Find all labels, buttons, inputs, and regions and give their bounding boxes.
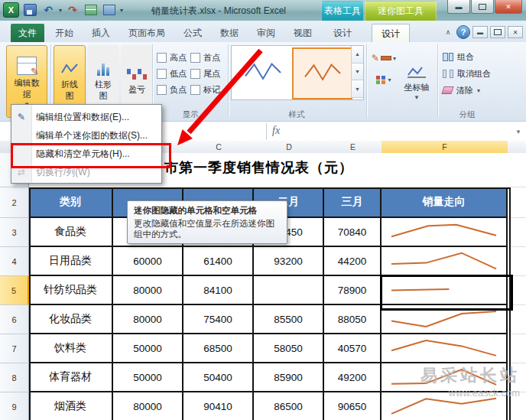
- workbook-restore-button[interactable]: [490, 26, 505, 38]
- table-cell[interactable]: 75400: [183, 305, 254, 334]
- gallery-more-button[interactable]: ▼: [351, 80, 363, 98]
- excel-logo-icon[interactable]: X: [3, 2, 19, 18]
- empty-cell[interactable]: [508, 392, 526, 420]
- table-cell[interactable]: 49200: [324, 363, 382, 392]
- tab-6[interactable]: 视图: [284, 24, 321, 42]
- table-cell[interactable]: 68500: [183, 334, 254, 363]
- qat-customize-icon[interactable]: ▾: [120, 7, 123, 14]
- row-header-2[interactable]: 2: [0, 187, 29, 218]
- undo-icon[interactable]: ↶: [41, 3, 56, 18]
- empty-cell[interactable]: [508, 363, 526, 392]
- sparkline-cell[interactable]: [382, 392, 508, 420]
- menu-item-edit-single-sparkline[interactable]: 编辑单个迷你图的数据(S)...: [11, 126, 161, 145]
- sparkline-cell[interactable]: [382, 363, 508, 392]
- table-cell[interactable]: 85500: [254, 305, 324, 334]
- sparkline-cell[interactable]: [382, 305, 508, 334]
- empty-cell[interactable]: [508, 187, 526, 218]
- table-cell[interactable]: 80000: [113, 305, 183, 334]
- tab-file[interactable]: 文件: [11, 24, 44, 42]
- gallery-down-button[interactable]: ▼: [351, 63, 363, 81]
- sparkline-color-button[interactable]: ✎ ▾: [369, 48, 398, 68]
- name-box[interactable]: [162, 122, 266, 140]
- show-checkbox-0[interactable]: 高点: [157, 50, 190, 66]
- row-header-4[interactable]: 4: [0, 247, 29, 276]
- table-cell[interactable]: 78900: [324, 276, 382, 305]
- tab-3[interactable]: 公式: [174, 24, 211, 42]
- table-cell[interactable]: 84100: [183, 276, 254, 305]
- column-header-C[interactable]: C: [183, 141, 255, 154]
- category-cell[interactable]: 食品类: [29, 218, 113, 247]
- tab-5[interactable]: 审阅: [248, 24, 284, 42]
- undo-dropdown-icon[interactable]: ▾: [59, 7, 62, 14]
- formula-input[interactable]: [287, 122, 516, 140]
- table-cell[interactable]: 58050: [254, 334, 324, 363]
- table-cell[interactable]: 60000: [113, 247, 183, 276]
- table-cell[interactable]: 70840: [324, 218, 382, 247]
- table-cell[interactable]: 44200: [324, 247, 382, 276]
- save-icon[interactable]: [22, 3, 37, 18]
- show-checkbox-1[interactable]: 首点: [190, 50, 224, 66]
- tab-0[interactable]: 开始: [46, 24, 83, 42]
- row-header-6[interactable]: 6: [0, 305, 29, 334]
- sparkline-cell[interactable]: [382, 247, 508, 276]
- formula-bar-expand-icon[interactable]: ▼: [515, 129, 521, 135]
- column-header-D[interactable]: D: [254, 141, 325, 154]
- table-cell[interactable]: 93200: [254, 247, 324, 276]
- category-cell[interactable]: 针纺织品类: [29, 276, 113, 305]
- table-cell[interactable]: 86500: [254, 392, 324, 420]
- workbook-minimize-button[interactable]: ▬: [472, 26, 488, 38]
- table-cell[interactable]: 90410: [183, 392, 254, 420]
- clear-button[interactable]: 清除▾: [441, 82, 495, 99]
- table-cell[interactable]: 50400: [183, 363, 254, 392]
- row-header-7[interactable]: 7: [0, 334, 29, 363]
- table-cell[interactable]: [254, 276, 324, 305]
- sparkline-cell[interactable]: [382, 334, 508, 363]
- show-checkbox-4[interactable]: 负点: [157, 82, 190, 98]
- table-cell[interactable]: 80000: [113, 276, 183, 305]
- show-checkbox-2[interactable]: 低点: [157, 66, 190, 82]
- tab-4[interactable]: 数据: [211, 24, 248, 42]
- table-header-cell[interactable]: 三月: [324, 187, 382, 218]
- show-checkbox-5[interactable]: 标记: [190, 82, 224, 98]
- sparkline-cell[interactable]: [382, 218, 508, 247]
- group-button[interactable]: 组合: [441, 48, 495, 65]
- empty-cell[interactable]: [508, 218, 526, 247]
- empty-cell[interactable]: [508, 153, 526, 187]
- row-header-5[interactable]: 5: [0, 276, 29, 305]
- empty-cell[interactable]: [508, 276, 526, 305]
- category-cell[interactable]: 体育器材: [29, 363, 113, 392]
- marker-color-button[interactable]: ▾: [369, 70, 398, 90]
- empty-cell[interactable]: [508, 247, 526, 276]
- tab-2[interactable]: 页面布局: [119, 24, 174, 42]
- tab-design-2[interactable]: 设计: [372, 24, 410, 43]
- table-cell[interactable]: 50000: [113, 363, 183, 392]
- gallery-up-button[interactable]: ▲: [351, 46, 363, 63]
- table-cell[interactable]: 61400: [183, 247, 254, 276]
- table-cell[interactable]: 85900: [254, 363, 324, 392]
- tab-design-1[interactable]: 设计: [324, 24, 361, 42]
- axis-button[interactable]: 坐标轴 ▼: [398, 45, 435, 118]
- menu-item-edit-group-data[interactable]: ✎编辑组位置和数据(E)...: [11, 108, 161, 126]
- table-header-cell[interactable]: 销量走向: [382, 187, 508, 218]
- category-cell[interactable]: 饮料类: [29, 334, 113, 363]
- empty-cell[interactable]: [508, 305, 526, 334]
- category-cell[interactable]: 日用品类: [29, 247, 113, 276]
- style-swatch-1[interactable]: [233, 47, 292, 98]
- sheet-icon[interactable]: [83, 3, 99, 18]
- close-button[interactable]: ✕: [495, 0, 522, 14]
- row-header-3[interactable]: 3: [0, 218, 29, 247]
- table-cell[interactable]: 90650: [324, 392, 382, 420]
- help-icon[interactable]: ?: [456, 25, 470, 39]
- minimize-ribbon-icon[interactable]: ∧: [442, 28, 454, 36]
- row-header-9[interactable]: 9: [0, 392, 29, 420]
- ungroup-button[interactable]: 取消组合: [441, 65, 495, 82]
- chart-icon[interactable]: [102, 3, 117, 18]
- row-header-8[interactable]: 8: [0, 363, 29, 392]
- empty-cell[interactable]: [508, 334, 526, 363]
- column-header-E[interactable]: E: [324, 141, 382, 154]
- table-cell[interactable]: 50000: [113, 334, 183, 363]
- category-cell[interactable]: 化妆品类: [29, 305, 113, 334]
- show-checkbox-3[interactable]: 尾点: [190, 66, 224, 82]
- column-header-hidden-6[interactable]: [508, 141, 526, 154]
- redo-icon[interactable]: ↷: [65, 3, 80, 18]
